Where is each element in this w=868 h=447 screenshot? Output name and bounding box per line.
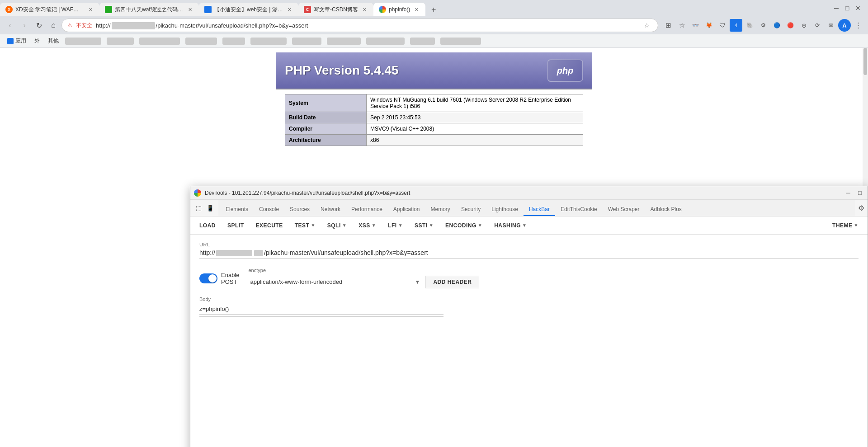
hackbar-hashing-button[interactable]: HASHING ▼ [489,220,532,231]
phpinfo-value: Sep 2 2015 23:45:53 [367,112,583,123]
phpinfo-key: System [285,94,367,112]
back-button[interactable]: ‹ [4,19,16,32]
tab-close-waf[interactable]: ✕ [186,6,193,13]
hackbar-ssti-button[interactable]: SSTI ▼ [409,220,439,231]
reload-button[interactable]: ↻ [33,19,45,32]
tab-close-phpinfo[interactable]: ✕ [413,6,420,13]
tab-xd[interactable]: X XD安全 学习笔记 | WAF绕过技... ✕ [0,3,99,16]
tab-network[interactable]: Network [315,203,346,216]
tab-memory[interactable]: Memory [425,203,456,216]
hackbar-test-button[interactable]: TEST ▼ [289,220,321,231]
tab-waf[interactable]: 第四十八天waf绕过之代码混淆 ✕ [99,3,199,16]
tab-console[interactable]: Console [254,203,284,216]
window-controls: ─ □ ✕ [826,4,868,13]
apps-icon [7,38,14,44]
extension-icon-9[interactable]: ⟳ [811,19,824,32]
tab-performance[interactable]: Performance [346,203,388,216]
enctype-select[interactable]: application/x-www-form-urlencoded [248,275,420,289]
tab-elements[interactable]: Elements [220,203,254,216]
extension-icon-8[interactable]: ⊕ [797,19,810,32]
forward-button[interactable]: › [18,19,31,32]
phpinfo-key: Architecture [285,135,367,146]
hackbar-execute-button[interactable]: EXECUTE [250,220,288,231]
address-text: http://XXXXXXXXXXX/pikachu-master/vul/un… [96,22,638,29]
extension-icon-6[interactable]: 🔵 [770,19,783,32]
tab-csdn[interactable]: C 写文章-CSDN博客 ✕ [298,3,373,16]
tab-close-xd[interactable]: ✕ [87,6,94,13]
star-icon[interactable]: ☆ [675,19,688,32]
hackbar-sqli-button[interactable]: SQLI ▼ [322,220,352,231]
php-header: PHP Version 5.4.45 php [276,52,592,89]
security-icon: ⚠ [67,22,72,28]
bookmark-label-apps: 应用 [15,37,26,45]
tab-editthiscookie[interactable]: EditThisCookie [555,203,603,216]
theme-dropdown-arrow: ▼ [854,223,859,228]
tab-lighthouse[interactable]: Lighthouse [486,203,524,216]
tab-adblockplus[interactable]: Adblock Plus [645,203,687,216]
device-toolbar-icon[interactable]: 📱 [205,202,216,213]
tab-webscraper[interactable]: Web Scraper [603,203,645,216]
hackbar-content: URL http:///pikachu-master/vul/unsafeupl… [190,235,868,447]
bookmark-other[interactable]: 其他 [44,36,62,46]
browser-window: X XD安全 学习笔记 | WAF绕过技... ✕ 第四十八天waf绕过之代码混… [0,0,868,447]
extension-icon-2[interactable]: 🦊 [703,19,715,32]
post-toggle-thumb [208,274,217,282]
phpinfo-table: SystemWindows NT MuGuang 6.1 build 7601 … [285,94,583,146]
enctype-group: enctype application/x-www-form-urlencode… [248,268,479,289]
hackbar-xss-button[interactable]: XSS ▼ [353,220,382,231]
extension-icon-1[interactable]: 👓 [689,19,702,32]
tab-xd2[interactable]: 【小迪安全】web安全 | 渗透测... ✕ [199,3,298,16]
hackbar-split-button[interactable]: SPLIT [222,220,250,231]
profile-icon[interactable]: A [838,19,851,32]
close-button[interactable]: ✕ [854,4,863,13]
add-header-button[interactable]: ADD HEADER [425,276,479,288]
phpinfo-key: Build Date [285,112,367,123]
address-input[interactable]: ⚠ 不安全 http://XXXXXXXXXXX/pikachu-master/… [61,19,658,32]
devtools-title: DevTools - 101.201.227.94/pikachu-master… [205,190,840,196]
devtools-maximize-button[interactable]: □ [856,189,864,197]
extension-badge[interactable]: 4 [730,19,742,32]
title-bar: X XD安全 学习笔记 | WAF绕过技... ✕ 第四十八天waf绕过之代码混… [0,0,868,16]
tab-close-xd2[interactable]: ✕ [286,6,293,13]
bookmark-label-ext: 外 [34,37,40,45]
inspect-element-icon[interactable]: ⬚ [193,202,204,213]
tab-phpinfo[interactable]: phpinfo() ✕ [373,3,425,16]
scrollbar-thumb[interactable] [863,48,867,75]
devtools-minimize-button[interactable]: ─ [844,189,852,197]
tab-security[interactable]: Security [456,203,486,216]
extension-icon-4[interactable]: 🐘 [743,19,756,32]
home-button[interactable]: ⌂ [47,19,60,32]
minimize-button[interactable]: ─ [832,4,841,13]
hackbar-theme-button[interactable]: THEME ▼ [827,220,864,231]
extension-icon-7[interactable]: 🔴 [784,19,797,32]
tab-close-csdn[interactable]: ✕ [361,6,368,13]
tab-application[interactable]: Application [388,203,425,216]
extension-icon-5[interactable]: ⚙ [757,19,769,32]
devtools-topbar: ⬚ 📱 Elements Console Sources Network Per… [190,200,868,216]
hackbar-lfi-button[interactable]: LFI ▼ [382,220,408,231]
tab-hackbar[interactable]: HackBar [524,203,555,216]
address-bar: ‹ › ↻ ⌂ ⚠ 不安全 http://XXXXXXXXXXX/pikachu… [0,16,868,34]
table-row: Architecturex86 [285,135,583,146]
enctype-label: enctype [248,268,479,273]
tab-sources[interactable]: Sources [284,203,315,216]
bookmark-ext[interactable]: 外 [31,36,43,46]
translate-icon[interactable]: ⊞ [662,19,675,32]
extension-icon-10[interactable]: ✉ [825,19,837,32]
devtools-overlay: DevTools - 101.201.227.94/pikachu-master… [190,186,868,447]
phpinfo-value: Windows NT MuGuang 6.1 build 7601 (Windo… [367,94,583,112]
toolbar-icons: ⊞ ☆ 👓 🦊 🛡 4 🐘 ⚙ 🔵 🔴 ⊕ ⟳ ✉ A ⋮ [660,19,864,32]
body-input[interactable] [199,304,443,315]
extension-icon-3[interactable]: 🛡 [716,19,729,32]
hackbar-encoding-button[interactable]: ENCODING ▼ [440,220,488,231]
bookmark-star-icon[interactable]: ☆ [642,20,652,31]
bookmark-apps[interactable]: 应用 [4,36,30,46]
hackbar-load-button[interactable]: LOAD [194,220,221,231]
body-label: Body [199,296,859,302]
post-toggle-switch[interactable] [199,273,217,283]
new-tab-button[interactable]: + [427,4,440,16]
menu-icon[interactable]: ⋮ [852,19,864,32]
devtools-settings-icon[interactable]: ⚙ [855,202,868,214]
phpinfo-value: x86 [367,135,583,146]
maximize-button[interactable]: □ [843,4,852,13]
